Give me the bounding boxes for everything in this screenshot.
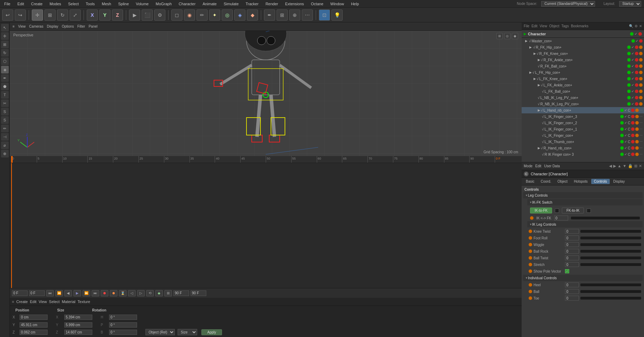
om-item-lfinger3[interactable]: √ L_IK_Finger_con+_3 ✓ C ⋯ xyxy=(522,113,644,120)
vp-toolbar-toggle[interactable]: ≡ xyxy=(13,24,15,28)
fk-to-ik-btn[interactable]: FK-to-IK xyxy=(562,208,584,213)
menu-window[interactable]: Window xyxy=(329,1,345,7)
leg-controls-header[interactable]: Leg Controls xyxy=(523,192,643,198)
om-item-lthumb[interactable]: √ L_IK_Thumb_con+ ✓ C ⋯ xyxy=(522,139,644,145)
ball-twist-slider[interactable] xyxy=(580,257,641,259)
p-rot-input[interactable]: 0 ° xyxy=(109,322,137,328)
foot-roll-slider[interactable] xyxy=(580,237,641,239)
grid-btn[interactable]: ⊞ xyxy=(277,9,288,21)
light-btn[interactable]: ✦ xyxy=(209,9,220,21)
left-tool-paint[interactable]: ✏ xyxy=(1,125,9,132)
om-edit-menu[interactable]: Edit xyxy=(531,24,537,28)
scale-btn[interactable]: ⊞ xyxy=(44,9,56,21)
attr-forward-icon[interactable]: ▶ xyxy=(613,164,616,168)
vp-bulb-btn[interactable]: ◉ xyxy=(512,33,518,39)
heel-slider[interactable] xyxy=(580,283,641,286)
loop-btn[interactable]: ⟲ xyxy=(146,290,154,296)
settings-btn[interactable]: ⚙ xyxy=(154,9,165,21)
wiggle-input[interactable] xyxy=(565,242,579,247)
attr-expand-icon[interactable]: ⊞ xyxy=(634,164,637,168)
cube-btn[interactable]: ◻ xyxy=(171,9,183,21)
tl-toggle[interactable]: ≡ xyxy=(12,300,14,304)
y-size-input[interactable]: 5.999 cm xyxy=(64,322,92,328)
light2-btn[interactable]: 💡 xyxy=(331,9,343,21)
tl-view-menu[interactable]: View xyxy=(38,300,47,304)
coord-system-dropdown[interactable]: Object (Rel) World xyxy=(145,329,175,335)
snap-btn[interactable]: ⊕ xyxy=(289,9,300,21)
left-tool-measure[interactable]: ⊣ xyxy=(1,133,9,141)
left-tool-spline[interactable]: ⌀ xyxy=(1,141,9,149)
om-settings-icon[interactable]: ⚙ xyxy=(635,24,638,28)
menu-create[interactable]: Create xyxy=(30,1,44,7)
wiggle-slider[interactable] xyxy=(580,243,641,246)
more-btn[interactable]: ⋯ xyxy=(302,9,313,21)
knee-twist-input[interactable] xyxy=(565,229,579,234)
left-tool-arrow[interactable]: ↖ xyxy=(1,24,9,31)
x-pos-input[interactable]: 0 cm xyxy=(20,315,48,320)
menu-edit[interactable]: Edit xyxy=(16,1,26,7)
next-frame-btn[interactable]: ⏩ xyxy=(83,290,90,296)
attr-edit-btn[interactable]: Edit xyxy=(535,164,541,168)
keyframe-btn[interactable]: ⌛ xyxy=(119,290,127,296)
om-item-lfinger0[interactable]: √ L_IK_Finger_con+ ✓ C ⋯ xyxy=(522,132,644,139)
paint-btn[interactable]: ✏ xyxy=(196,9,208,21)
menu-tools[interactable]: Tools xyxy=(84,1,96,7)
om-item-lfk-ball[interactable]: √ L_FK_Ball_con+ ✓ xyxy=(522,88,644,94)
tl-create-menu[interactable]: Create xyxy=(16,300,28,304)
om-search-icon[interactable]: 🔍 xyxy=(629,24,633,28)
menu-character[interactable]: Character xyxy=(177,1,197,7)
go-start-btn[interactable]: ⏮ xyxy=(46,290,54,296)
om-item-rnb-ik-leg[interactable]: √ R_NB_IK_Leg_PV_con+ ✓ xyxy=(522,101,644,107)
end-frame-input[interactable] xyxy=(173,290,189,296)
menu-file[interactable]: File xyxy=(3,1,12,7)
ik-fk-switch-input[interactable] xyxy=(554,216,568,220)
motion-btn[interactable]: ◈ xyxy=(155,290,163,296)
show-pole-checkbox[interactable]: ✓ xyxy=(565,269,569,273)
sphere-btn[interactable]: ◉ xyxy=(184,9,195,21)
timeline-ruler[interactable]: 0 5 10 15 20 25 30 35 40 45 50 55 60 65 … xyxy=(10,156,522,163)
b-rot-input[interactable]: 0 ° xyxy=(109,330,137,335)
om-item-rfk-hip[interactable]: ▶ √ R_FK_Hip_con+ ✓ xyxy=(522,44,644,50)
record2-btn[interactable]: ⏺ xyxy=(110,290,117,296)
om-item-rfk-ball[interactable]: √ R_FK_Ball_con+ ✓ xyxy=(522,63,644,69)
apply-button[interactable]: Apply xyxy=(201,329,222,335)
ik-fk-slider[interactable] xyxy=(571,217,640,219)
start-frame-input[interactable] xyxy=(29,290,45,296)
left-tool-magnet[interactable]: S xyxy=(1,108,9,115)
ik-to-fk-checkbox[interactable] xyxy=(555,209,559,213)
layout-dropdown[interactable]: Startup xyxy=(619,1,641,7)
y-pos-input[interactable]: 45.911 cm xyxy=(20,322,48,328)
move-btn[interactable]: ✛ xyxy=(32,9,43,21)
ball-rock-input[interactable] xyxy=(565,249,579,254)
toe-input[interactable] xyxy=(565,296,579,301)
tab-coord[interactable]: Coord. xyxy=(538,179,554,184)
deform-btn[interactable]: ◈ xyxy=(234,9,245,21)
timeline-tracks[interactable] xyxy=(10,163,522,288)
viewport-canvas[interactable]: Perspective Default Camera xyxy=(10,31,522,156)
om-file-menu[interactable]: File xyxy=(524,24,529,28)
z-axis-btn[interactable]: Z xyxy=(112,9,123,21)
om-item-lfk-hip[interactable]: ▶ √ L_FK_Hip_con+ ✓ xyxy=(522,69,644,76)
om-item-lnb-ik-leg[interactable]: √ L_NB_IK_Leg_PV_con+ ✓ xyxy=(522,94,644,101)
left-tool-scale[interactable]: ⊞ xyxy=(1,41,9,48)
left-tool-sculpt[interactable]: S xyxy=(1,116,9,124)
left-tool-move[interactable]: ✛ xyxy=(1,32,9,40)
vp-view-menu[interactable]: View xyxy=(18,24,26,28)
stretch-slider[interactable] xyxy=(580,263,641,266)
attr-userdata-btn[interactable]: User Data xyxy=(544,164,560,168)
om-bookmarks-menu[interactable]: Bookmarks xyxy=(571,24,588,28)
size-mode-dropdown[interactable]: Size Scale xyxy=(178,329,197,335)
vp-options-menu[interactable]: Options xyxy=(62,24,74,28)
attr-lock-icon[interactable]: 🔒 xyxy=(628,164,633,168)
toe-slider[interactable] xyxy=(580,297,641,300)
menu-mesh[interactable]: Mesh xyxy=(100,1,113,7)
ball-input[interactable] xyxy=(565,289,579,294)
go-end-btn[interactable]: ⏭ xyxy=(92,290,99,296)
left-tool-pen[interactable]: ✒ xyxy=(1,74,9,82)
attr-back-icon[interactable]: ◀ xyxy=(609,164,612,168)
vp-cameras-menu[interactable]: Cameras xyxy=(29,24,43,28)
x-axis-btn[interactable]: X xyxy=(87,9,98,21)
y-axis-btn[interactable]: Y xyxy=(99,9,110,21)
attr-close-icon[interactable]: ✕ xyxy=(639,164,642,168)
om-close-icon[interactable]: ✕ xyxy=(639,24,642,28)
